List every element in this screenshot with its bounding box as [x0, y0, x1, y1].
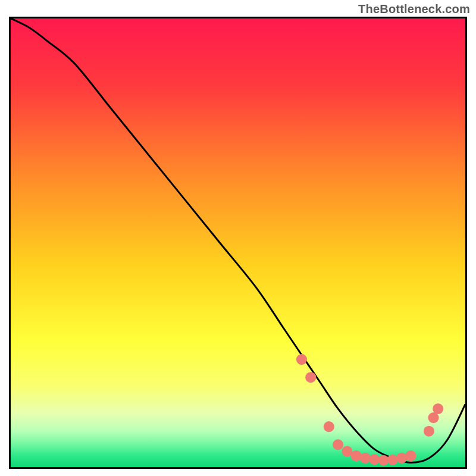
bead-marker	[396, 453, 407, 464]
bead-marker	[424, 426, 434, 437]
bead-marker	[333, 439, 343, 450]
bottleneck-curve	[11, 18, 465, 462]
curve-layer	[11, 18, 465, 467]
bead-marker	[324, 421, 334, 432]
bead-marker	[369, 454, 380, 465]
bead-marker	[296, 354, 307, 365]
bead-marker	[305, 372, 316, 383]
attribution-label: TheBottleneck.com	[358, 2, 470, 16]
bead-markers-group	[296, 354, 443, 466]
chart-frame: TheBottleneck.com	[0, 0, 476, 476]
plot-area	[9, 17, 467, 469]
bead-marker	[360, 453, 371, 464]
bead-marker	[351, 450, 362, 461]
bead-marker	[387, 455, 398, 465]
bead-marker	[405, 450, 416, 461]
bead-marker	[433, 403, 443, 414]
